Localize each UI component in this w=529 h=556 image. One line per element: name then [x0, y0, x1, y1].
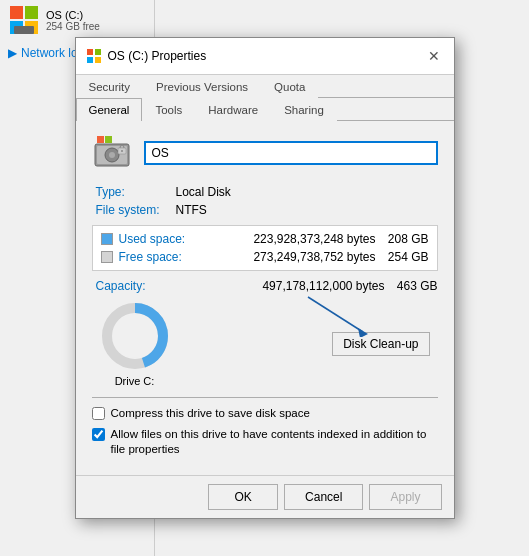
- tab-general[interactable]: General: [76, 98, 143, 121]
- drive-label: Drive C:: [115, 375, 155, 387]
- donut-section: Drive C: Disk Clean-up: [92, 301, 438, 387]
- svg-rect-13: [97, 136, 104, 143]
- index-checkbox-row: Allow files on this drive to have conten…: [92, 427, 438, 457]
- tabs-row-2: General Tools Hardware Sharing: [76, 98, 454, 121]
- free-bytes: 273,249,738,752 bytes: [193, 250, 384, 264]
- used-space-row: Used space: 223,928,373,248 bytes 208 GB: [101, 232, 429, 246]
- svg-rect-0: [10, 6, 23, 19]
- tab-quota[interactable]: Quota: [261, 75, 318, 98]
- cancel-button[interactable]: Cancel: [284, 484, 363, 510]
- tab-previous-versions[interactable]: Previous Versions: [143, 75, 261, 98]
- filesystem-label: File system:: [96, 203, 176, 217]
- disk-cleanup-section: Disk Clean-up: [332, 332, 429, 356]
- svg-point-20: [113, 314, 157, 358]
- used-gb: 208 GB: [384, 232, 429, 246]
- os-drive-label: OS (C:): [46, 9, 100, 21]
- compress-label: Compress this drive to save disk space: [111, 406, 310, 421]
- name-row: [92, 133, 438, 173]
- svg-rect-6: [95, 49, 101, 55]
- svg-rect-5: [87, 49, 93, 55]
- used-label: Used space:: [119, 232, 193, 246]
- chevron-right-icon: ▶: [8, 46, 17, 60]
- donut-wrap: Drive C:: [100, 301, 170, 387]
- separator: [92, 397, 438, 398]
- compress-checkbox[interactable]: [92, 407, 105, 420]
- close-button[interactable]: ✕: [424, 46, 444, 66]
- os-drive-item[interactable]: OS (C:) 254 GB free: [0, 0, 154, 40]
- ok-button[interactable]: OK: [208, 484, 278, 510]
- drive-large-icon: [92, 133, 132, 173]
- tab-security[interactable]: Security: [76, 75, 144, 98]
- dialog-footer: OK Cancel Apply: [76, 475, 454, 518]
- filesystem-row: File system: NTFS: [92, 203, 438, 217]
- type-value: Local Disk: [176, 185, 231, 199]
- arrow-indicator: [298, 292, 378, 337]
- svg-rect-14: [105, 136, 112, 143]
- tabs-row-1: Security Previous Versions Quota: [76, 75, 454, 98]
- used-bytes: 223,928,373,248 bytes: [193, 232, 384, 246]
- tab-sharing[interactable]: Sharing: [271, 98, 337, 121]
- titlebar-left: OS (C:) Properties: [86, 48, 207, 64]
- free-label: Free space:: [119, 250, 193, 264]
- info-section: Type: Local Disk File system: NTFS: [92, 185, 438, 217]
- os-drive-icon: [8, 4, 40, 36]
- type-label: Type:: [96, 185, 176, 199]
- svg-rect-4: [14, 26, 34, 34]
- type-row: Type: Local Disk: [92, 185, 438, 199]
- free-gb: 254 GB: [384, 250, 429, 264]
- svg-rect-1: [25, 6, 38, 19]
- index-label: Allow files on this drive to have conten…: [111, 427, 438, 457]
- drive-name-input[interactable]: [144, 141, 438, 165]
- drive-icon: [86, 48, 102, 64]
- dialog-content: Type: Local Disk File system: NTFS Used …: [76, 121, 454, 475]
- capacity-row: Capacity: 497,178,112,000 bytes 463 GB: [92, 279, 438, 293]
- capacity-bytes: 497,178,112,000 bytes: [176, 279, 393, 293]
- capacity-gb: 463 GB: [393, 279, 438, 293]
- properties-dialog: OS (C:) Properties ✕ Security Previous V…: [75, 37, 455, 519]
- svg-point-12: [109, 152, 115, 158]
- compress-checkbox-row: Compress this drive to save disk space: [92, 406, 438, 421]
- os-drive-sublabel: 254 GB free: [46, 21, 100, 32]
- index-checkbox[interactable]: [92, 428, 105, 441]
- filesystem-value: NTFS: [176, 203, 207, 217]
- svg-rect-7: [87, 57, 93, 63]
- free-color-box: [101, 251, 113, 263]
- space-section: Used space: 223,928,373,248 bytes 208 GB…: [92, 225, 438, 271]
- dialog-titlebar: OS (C:) Properties ✕: [76, 38, 454, 75]
- disk-cleanup-button[interactable]: Disk Clean-up: [332, 332, 429, 356]
- apply-button[interactable]: Apply: [369, 484, 441, 510]
- svg-line-21: [308, 297, 363, 332]
- capacity-label: Capacity:: [96, 279, 176, 293]
- free-space-row: Free space: 273,249,738,752 bytes 254 GB: [101, 250, 429, 264]
- tab-hardware[interactable]: Hardware: [195, 98, 271, 121]
- svg-rect-8: [95, 57, 101, 63]
- svg-point-17: [121, 150, 123, 152]
- used-color-box: [101, 233, 113, 245]
- tab-tools[interactable]: Tools: [142, 98, 195, 121]
- donut-chart: [100, 301, 170, 371]
- dialog-title: OS (C:) Properties: [108, 49, 207, 63]
- hdd-icon: [93, 134, 131, 172]
